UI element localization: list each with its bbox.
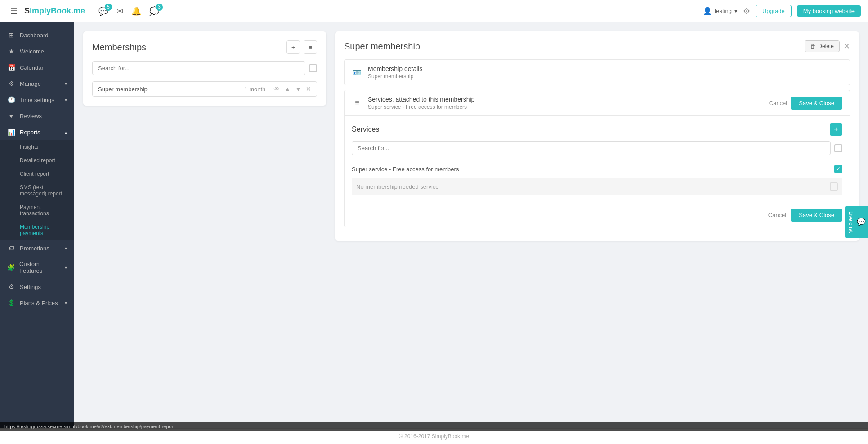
add-membership-button[interactable]: + <box>286 40 300 54</box>
username-label: testing <box>715 8 732 14</box>
detail-header: Super membership 🗑 Delete ✕ <box>344 40 850 52</box>
sidebar-item-manage[interactable]: ⚙ Manage ▾ <box>0 75 74 92</box>
service-name-0: Super service - Free access for members <box>352 166 459 173</box>
messages-badge: 5 <box>105 4 112 11</box>
accordion-bottom-actions: Cancel Save & Close <box>345 203 850 227</box>
membership-name-label: Super membership <box>98 86 240 93</box>
manage-icon: ⚙ <box>7 80 15 87</box>
navbar-right: 👤 testing ▾ ⚙ Upgrade My booking website <box>703 5 861 17</box>
service-row-1: No membership needed service <box>352 178 842 195</box>
services-accordion-header[interactable]: ≡ Services, attached to this membership … <box>345 90 850 115</box>
hamburger-menu[interactable]: ☰ <box>7 4 21 18</box>
expand-down-icon[interactable]: ▼ <box>295 85 301 93</box>
services-accordion-actions: Cancel Save & Close <box>769 97 842 110</box>
live-chat-label: Live chat <box>848 211 854 233</box>
services-save-close-button[interactable]: Save & Close <box>791 97 842 110</box>
service-row-0: Super service - Free access for members … <box>352 160 842 178</box>
sidebar-item-calendar[interactable]: 📅 Calendar <box>0 59 74 75</box>
membership-duration-label: 1 month <box>244 86 265 93</box>
main-content: Memberships + ≡ Super membership 1 month… <box>74 22 868 444</box>
time-chevron-icon: ▾ <box>65 98 67 102</box>
chat-badge: 3 <box>156 4 163 11</box>
booking-website-button[interactable]: My booking website <box>797 5 861 17</box>
bottom-save-close-button[interactable]: Save & Close <box>791 209 842 222</box>
services-search-input[interactable] <box>352 141 831 155</box>
footer: © 2016-2017 SimplyBook.me <box>0 428 868 444</box>
sidebar-item-custom-features[interactable]: 🧩 Custom Features ▾ <box>0 256 74 279</box>
sidebar-item-reports[interactable]: 📊 Reports ▴ <box>0 124 74 140</box>
service-name-1: No membership needed service <box>356 183 439 190</box>
sidebar-item-label: Plans & Prices <box>20 300 58 306</box>
memberships-actions: + ≡ <box>286 40 317 54</box>
services-cancel-button[interactable]: Cancel <box>769 100 787 107</box>
services-sub: Super service - Free access for members <box>368 104 764 110</box>
sidebar-item-label: Manage <box>20 80 41 87</box>
time-icon: 🕐 <box>7 96 15 103</box>
detail-header-actions: 🗑 Delete ✕ <box>805 40 850 52</box>
user-menu[interactable]: 👤 testing ▾ <box>703 7 738 15</box>
live-chat-icon: 💬 <box>857 218 865 226</box>
sidebar-item-plans-prices[interactable]: 💲 Plans & Prices ▾ <box>0 295 74 311</box>
sidebar-item-reviews[interactable]: ♥ Reviews <box>0 108 74 124</box>
welcome-icon: ★ <box>7 48 15 55</box>
services-select-all-checkbox[interactable] <box>834 144 842 152</box>
services-body-title: Services <box>352 125 379 133</box>
chat-nav-icon[interactable]: 💭 3 <box>149 6 159 16</box>
reviews-icon: ♥ <box>7 112 15 120</box>
delete-row-icon[interactable]: ✕ <box>306 85 311 93</box>
membership-details-label: Membership details <box>368 65 842 72</box>
status-bar: https://testingrussa.secure.simplybook.m… <box>0 422 868 431</box>
trash-icon: 🗑 <box>810 43 816 49</box>
delete-button[interactable]: 🗑 Delete <box>805 40 840 52</box>
sidebar-subitem-membership-payments[interactable]: Membership payments <box>0 220 74 240</box>
membership-details-accordion-header[interactable]: 🪪 Membership details Super membership <box>345 60 850 85</box>
add-service-button[interactable]: + <box>830 123 842 136</box>
sidebar-item-welcome[interactable]: ★ Welcome <box>0 43 74 59</box>
memberships-title: Memberships <box>92 42 146 53</box>
status-url: https://testingrussa.secure.simplybook.m… <box>4 424 174 429</box>
sidebar-subitem-payment-transactions[interactable]: Payment transactions <box>0 200 74 220</box>
sidebar-subitem-sms-report[interactable]: SMS (text messaged) report <box>0 181 74 200</box>
navbar-icons: 💬 5 ✉ 🔔 💭 3 <box>98 6 159 16</box>
expand-up-icon[interactable]: ▲ <box>284 85 291 93</box>
sidebar-item-settings[interactable]: ⚙ Settings <box>0 279 74 295</box>
services-label: Services, attached to this membership <box>368 96 764 103</box>
services-list-icon: ≡ <box>352 99 362 107</box>
live-chat-widget[interactable]: 💬 Live chat <box>845 206 868 238</box>
sidebar-item-time-settings[interactable]: 🕐 Time settings ▾ <box>0 92 74 108</box>
view-icon[interactable]: 👁 <box>273 85 280 93</box>
bottom-cancel-button[interactable]: Cancel <box>768 209 786 222</box>
bell-nav-icon[interactable]: 🔔 <box>131 6 141 16</box>
manage-chevron-icon: ▾ <box>65 81 67 86</box>
close-panel-button[interactable]: ✕ <box>843 41 850 51</box>
sidebar-subitem-detailed-report[interactable]: Detailed report <box>0 154 74 167</box>
service-checkbox-1[interactable] <box>830 182 838 191</box>
services-accordion-body: Services + Super service - Free access f… <box>345 115 850 203</box>
membership-list-item[interactable]: Super membership 1 month 👁 ▲ ▼ ✕ <box>92 81 317 97</box>
memberships-search-input[interactable] <box>92 61 305 75</box>
sidebar-subitem-client-report[interactable]: Client report <box>0 167 74 181</box>
sidebar-item-promotions[interactable]: 🏷 Promotions ▾ <box>0 240 74 256</box>
sidebar-item-label: Custom Features <box>19 261 60 274</box>
memberships-search-bar <box>92 61 317 75</box>
services-search-bar <box>352 141 842 155</box>
service-checkbox-0[interactable]: ✓ <box>834 165 842 173</box>
settings-gear-icon[interactable]: ⚙ <box>743 6 750 16</box>
sidebar-item-label: Promotions <box>20 245 49 252</box>
dashboard-icon: ⊞ <box>7 31 15 39</box>
sidebar-item-dashboard[interactable]: ⊞ Dashboard <box>0 27 74 43</box>
settings-icon: ⚙ <box>7 283 15 290</box>
reports-icon: 📊 <box>7 129 15 136</box>
user-chevron-icon: ▾ <box>734 8 738 14</box>
brand-logo: SimplyBook.me <box>24 6 85 16</box>
membership-details-texts: Membership details Super membership <box>368 65 842 80</box>
upgrade-button[interactable]: Upgrade <box>756 5 792 17</box>
sidebar-item-label: Dashboard <box>20 32 49 39</box>
sidebar-item-label: Welcome <box>20 48 44 55</box>
sidebar-subitem-insights[interactable]: Insights <box>0 140 74 154</box>
memberships-panel: Memberships + ≡ Super membership 1 month… <box>83 31 326 106</box>
messages-nav-icon[interactable]: 💬 5 <box>98 6 108 16</box>
memberships-select-all-checkbox[interactable] <box>309 64 317 72</box>
mail-nav-icon[interactable]: ✉ <box>116 6 123 16</box>
list-view-button[interactable]: ≡ <box>304 40 317 54</box>
